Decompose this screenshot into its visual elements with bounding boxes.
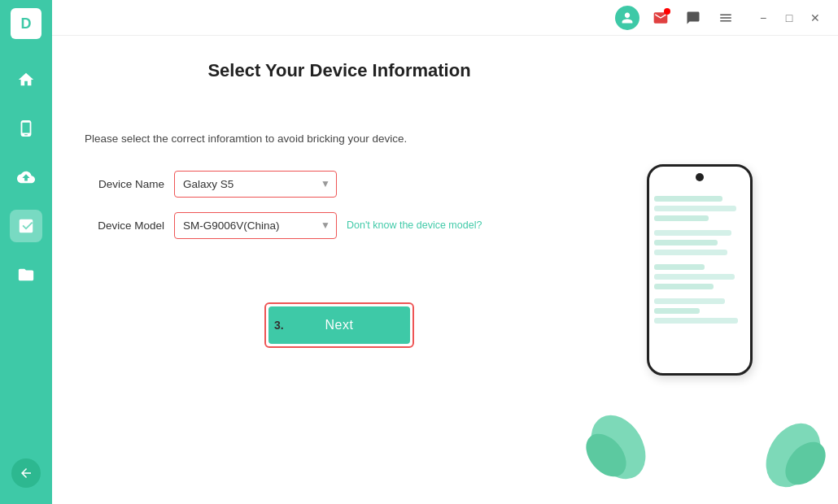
phone-line-8 bbox=[654, 274, 735, 280]
device-model-row: Device Model SM-G9006V(China) ▼ Don't kn… bbox=[85, 212, 594, 239]
device-name-select-wrapper: Galaxy S5 ▼ bbox=[174, 171, 337, 198]
phone-line-12 bbox=[654, 318, 738, 324]
phone-line-10 bbox=[654, 298, 725, 304]
maximize-button[interactable]: □ bbox=[779, 8, 799, 28]
phone-notch bbox=[696, 173, 704, 181]
sidebar-item-backup[interactable] bbox=[10, 161, 42, 193]
sidebar-item-home[interactable] bbox=[10, 63, 42, 96]
phone-line-2 bbox=[654, 206, 736, 211]
app-logo: D bbox=[11, 8, 41, 39]
back-button[interactable] bbox=[11, 458, 41, 488]
phone-line-6 bbox=[654, 250, 727, 255]
device-model-select-wrapper: SM-G9006V(China) ▼ bbox=[174, 212, 337, 239]
back-arrow-icon bbox=[19, 466, 33, 480]
close-button[interactable]: ✕ bbox=[805, 8, 825, 28]
device-name-select[interactable]: Galaxy S5 bbox=[174, 171, 337, 198]
window-controls: − □ ✕ bbox=[753, 8, 825, 28]
chat-icon[interactable] bbox=[682, 7, 705, 29]
device-icon bbox=[17, 119, 35, 137]
sidebar-item-files[interactable] bbox=[10, 259, 42, 291]
menu-icon[interactable] bbox=[714, 7, 737, 29]
phone-line-5 bbox=[654, 240, 718, 245]
phone-line-9 bbox=[654, 284, 714, 289]
leaf-right-icon bbox=[761, 406, 818, 471]
model-hint-link[interactable]: Don't know the device model? bbox=[347, 219, 482, 231]
minimize-button[interactable]: − bbox=[753, 8, 773, 28]
leaf-left-icon bbox=[586, 398, 643, 463]
sidebar-item-repair[interactable] bbox=[10, 210, 42, 242]
phone-line-1 bbox=[654, 196, 722, 202]
phone-frame bbox=[647, 164, 753, 376]
next-button[interactable]: Next bbox=[268, 306, 411, 344]
sidebar-item-device[interactable] bbox=[10, 112, 42, 145]
device-name-row: Device Name Galaxy S5 ▼ bbox=[85, 171, 594, 198]
description-text: Please select the correct inforamtion to… bbox=[85, 130, 426, 148]
next-area: 3. Next bbox=[85, 302, 594, 348]
phone-line-4 bbox=[654, 230, 731, 236]
phone-line-11 bbox=[654, 308, 700, 314]
device-name-label: Device Name bbox=[85, 178, 174, 190]
sidebar-nav bbox=[10, 63, 42, 458]
device-model-select[interactable]: SM-G9006V(China) bbox=[174, 212, 337, 239]
mail-badge bbox=[664, 8, 670, 15]
phone-line-7 bbox=[654, 264, 705, 270]
phone-illustration bbox=[594, 60, 805, 480]
main-content: − □ ✕ Select Your Device Information Ple… bbox=[52, 0, 838, 504]
home-icon bbox=[17, 71, 35, 89]
files-icon bbox=[17, 266, 35, 284]
mail-icon[interactable] bbox=[649, 7, 672, 29]
phone-line-3 bbox=[654, 215, 709, 221]
step-number: 3. bbox=[274, 319, 284, 332]
phone-screen bbox=[649, 189, 750, 330]
page-title: Select Your Device Information bbox=[85, 60, 594, 81]
form-section: Select Your Device Information Please se… bbox=[85, 60, 594, 480]
user-icon[interactable] bbox=[615, 6, 639, 30]
titlebar: − □ ✕ bbox=[52, 0, 838, 36]
backup-icon bbox=[17, 168, 35, 186]
content-area: Select Your Device Information Please se… bbox=[52, 36, 838, 504]
repair-icon bbox=[17, 217, 35, 235]
device-model-label: Device Model bbox=[85, 219, 174, 232]
sidebar: D bbox=[0, 0, 52, 504]
next-button-wrapper: Next bbox=[264, 302, 415, 348]
